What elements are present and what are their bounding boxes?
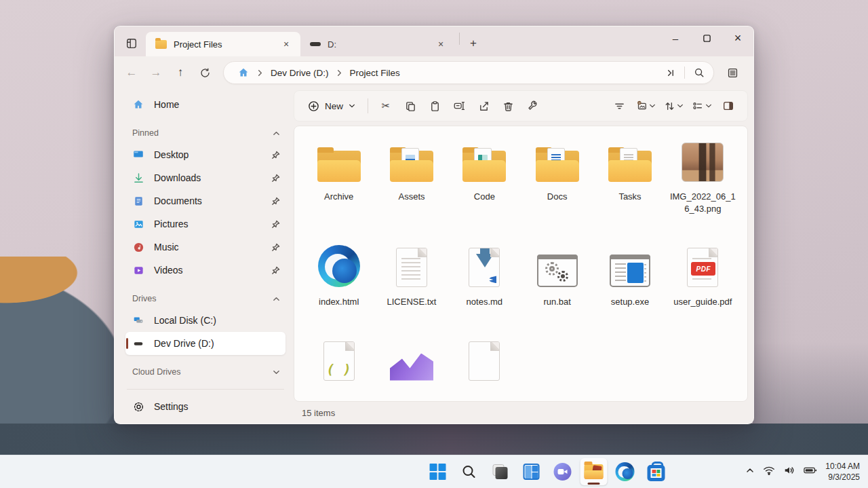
file-explorer-icon — [585, 464, 604, 479]
file-item-setup-exe[interactable]: setup.exe — [593, 244, 666, 308]
paste-button[interactable] — [422, 94, 447, 117]
tab-list-icon — [125, 37, 138, 50]
share-button[interactable] — [471, 94, 496, 117]
widgets-button[interactable] — [518, 458, 545, 485]
filter-button[interactable] — [607, 94, 631, 117]
sidebar-section-cloud-drives[interactable]: Cloud Drives — [125, 362, 285, 382]
minimize-button[interactable]: – — [660, 26, 691, 50]
file-item-assets[interactable]: Assets — [375, 138, 448, 215]
sort-button[interactable] — [660, 94, 688, 117]
file-item-notes-md[interactable]: notes.md — [448, 244, 521, 308]
sidebar-item-videos[interactable]: Videos — [125, 259, 285, 282]
file-item-partial-json[interactable]: ( ) — [302, 337, 375, 381]
chevron-down-icon — [349, 102, 355, 109]
pin-icon[interactable] — [271, 266, 280, 275]
view-layout-button[interactable] — [688, 94, 716, 117]
properties-button[interactable] — [520, 94, 545, 117]
copy-button[interactable] — [398, 94, 422, 117]
sidebar-section-pinned[interactable]: Pinned — [125, 123, 285, 143]
window-body: Home Pinned Desktop — [115, 89, 753, 424]
thumbnail-options-button[interactable] — [631, 94, 660, 117]
file-name: Tasks — [618, 191, 641, 203]
file-item-tasks[interactable]: Tasks — [593, 138, 666, 215]
pin-icon[interactable] — [271, 151, 280, 159]
file-item-index-html[interactable]: index.html — [302, 244, 375, 308]
breadcrumb-item-folder[interactable]: Project Files — [346, 66, 404, 80]
pin-icon[interactable] — [271, 197, 280, 206]
start-button[interactable] — [425, 458, 452, 485]
preview-pane-button[interactable] — [721, 62, 744, 83]
tab-label: Project Files — [174, 39, 279, 50]
maximize-button[interactable] — [691, 26, 722, 50]
close-button[interactable]: × — [722, 26, 753, 50]
chevron-down-icon[interactable] — [273, 369, 280, 376]
sidebar-item-music[interactable]: Music — [125, 236, 285, 259]
taskbar-icons — [425, 458, 670, 485]
pin-icon[interactable] — [271, 243, 280, 252]
new-button[interactable]: New — [301, 94, 362, 117]
sidebar-item-pictures[interactable]: Pictures — [125, 212, 285, 236]
tab-project-files[interactable]: Project Files × — [146, 32, 300, 56]
home-icon[interactable] — [233, 63, 254, 82]
battery-button[interactable] — [804, 466, 817, 478]
file-name: LICENSE.txt — [387, 296, 437, 308]
go-to-icon[interactable] — [660, 63, 680, 82]
sidebar-item-local-disk-c[interactable]: Local Disk (C:) — [125, 309, 285, 332]
breadcrumb-item-drive[interactable]: Dev Drive (D:) — [267, 66, 333, 80]
folder-icon — [536, 147, 579, 182]
tab-list-button[interactable] — [120, 33, 143, 54]
edge-button[interactable] — [612, 458, 639, 485]
tab-close-button[interactable]: × — [433, 37, 448, 52]
up-button[interactable]: ↑ — [169, 62, 192, 83]
hidden-icons-button[interactable] — [745, 466, 755, 478]
store-button[interactable] — [643, 458, 670, 485]
file-item-partial-loop[interactable] — [375, 337, 448, 381]
sidebar-item-home[interactable]: Home — [125, 93, 285, 116]
search-button[interactable] — [456, 458, 483, 485]
file-item-license-txt[interactable]: LICENSE.txt — [375, 244, 448, 308]
file-item-user-guide-pdf[interactable]: PDF user_guide.pdf — [667, 244, 739, 308]
cut-button[interactable]: ✂ — [374, 94, 398, 117]
task-view-button[interactable] — [487, 458, 514, 485]
image-thumbnail — [682, 143, 724, 182]
pin-icon[interactable] — [271, 220, 280, 229]
refresh-button[interactable] — [193, 62, 216, 83]
local-disk-icon — [132, 314, 144, 326]
file-item-docs[interactable]: Docs — [521, 138, 593, 215]
forward-button[interactable]: → — [144, 62, 167, 83]
file-item-archive[interactable]: Archive — [302, 138, 375, 215]
new-tab-button[interactable]: + — [464, 35, 483, 52]
clock[interactable]: 10:04 AM 9/3/2025 — [825, 461, 863, 483]
drive-icon — [310, 42, 321, 46]
sidebar-item-desktop[interactable]: Desktop — [125, 143, 285, 166]
chevron-up-icon[interactable] — [273, 295, 280, 303]
command-toolbar: New ✂ — [294, 90, 748, 121]
sidebar-item-settings[interactable]: Settings — [125, 395, 285, 418]
pin-icon[interactable] — [271, 174, 280, 183]
tab-close-button[interactable]: × — [279, 37, 294, 52]
file-explorer-button[interactable] — [580, 458, 608, 485]
wallpaper-dune-band — [0, 424, 868, 455]
address-bar[interactable]: Dev Drive (D:) Project Files — [223, 61, 714, 84]
delete-button[interactable] — [496, 94, 520, 117]
search-icon[interactable] — [689, 63, 709, 82]
file-item-run-bat[interactable]: run.bat — [521, 244, 593, 308]
sidebar-item-dev-drive-d[interactable]: Dev Drive (D:) — [125, 332, 285, 355]
status-bar: 15 items — [294, 402, 748, 424]
sidebar-item-downloads[interactable]: Downloads — [125, 166, 285, 189]
wifi-button[interactable] — [763, 465, 775, 478]
rename-button[interactable] — [447, 94, 471, 117]
sidebar-item-documents[interactable]: Documents — [125, 189, 285, 212]
details-pane-button[interactable] — [716, 94, 741, 117]
volume-button[interactable] — [783, 465, 795, 478]
sidebar-section-drives[interactable]: Drives — [125, 288, 285, 309]
chat-button[interactable] — [549, 458, 576, 485]
file-item-img-png[interactable]: IMG_2022_06_16_43.png — [667, 138, 739, 215]
back-button[interactable]: ← — [120, 62, 143, 83]
file-item-partial-doc[interactable] — [448, 337, 521, 381]
date: 9/3/2025 — [825, 472, 860, 483]
chevron-up-icon[interactable] — [273, 130, 280, 137]
loop-app-icon — [390, 354, 433, 381]
tab-drive-d[interactable]: D: × — [300, 32, 455, 56]
file-item-code[interactable]: Code — [448, 138, 521, 215]
